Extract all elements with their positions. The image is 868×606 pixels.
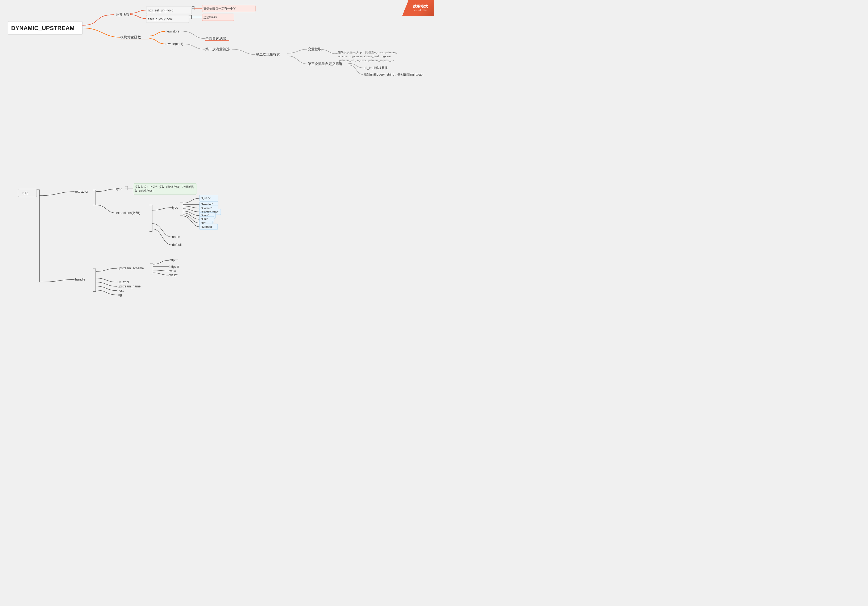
label-uri-tmpl: uri_tmpl [118, 280, 129, 284]
line-module [82, 28, 120, 37]
trial-title-overlay: 试用模式 [413, 4, 428, 9]
line-to-name [152, 224, 172, 237]
label-ws: ws:// [169, 269, 176, 273]
line-ngx-set-uri [130, 10, 146, 13]
line-first-filter [184, 44, 205, 49]
line-rewrite [149, 39, 165, 44]
label-type-inner: type [172, 206, 178, 210]
label-https: https:// [169, 265, 179, 269]
label-rewrite: rewrite(conf) [166, 42, 183, 46]
label-rule: rule [22, 191, 29, 195]
line-http [153, 260, 169, 264]
bracket-type-top [125, 186, 128, 190]
line-to-uri-tmpl [96, 278, 117, 282]
line-to-handle [39, 280, 74, 282]
text-desc2: 过滤rules [203, 16, 217, 19]
line-ws [153, 270, 169, 271]
line-to-upstream-scheme [96, 268, 117, 272]
text-var-desc-3: upstream_url，ngx.var.upstream_request_ur… [338, 59, 394, 62]
bracket-handle [93, 269, 96, 291]
bracket-upstream-scheme [150, 264, 153, 274]
label-third-filter: 第三次流量自定义筛选 [308, 62, 343, 66]
text-query: "Query" [201, 196, 211, 200]
label-module-functions: 模块对象函数 [120, 35, 141, 39]
label-upstream-scheme: upstream_scheme [118, 266, 144, 270]
line-to-extractor [39, 192, 74, 196]
line-to-upstream-name [96, 282, 117, 286]
label-handle: handle [75, 277, 85, 281]
line-to-type-top [96, 189, 116, 192]
line-to-default [152, 229, 172, 245]
text-var-desc-1: 如果没设置uri_tmpl，则设置ngx.var.upstream_ [338, 51, 397, 54]
text-var-desc-2: scheme，ngx.var.upstream_host，ngx.var. [338, 54, 392, 58]
label-uri-tmpl-replace: uri_tmpl模板替换 [364, 66, 388, 70]
label-upstream-name: upstream_name [118, 284, 141, 288]
label-ngx-set-uri: ngx_set_uri():void [148, 9, 173, 12]
label-default: default [172, 243, 182, 247]
bracket-type-inner [180, 202, 183, 216]
line-uri-query [349, 65, 363, 75]
line-var-extract [287, 49, 307, 53]
label-public-functions: 公共函数 [116, 12, 130, 17]
label-name: name [172, 235, 180, 239]
line-to-host [96, 286, 117, 291]
label-extractions: extractions(数组) [116, 211, 140, 215]
line-third-filter [287, 56, 307, 64]
line-uri-tmpl [349, 63, 363, 68]
line-to-log [96, 290, 117, 295]
label-http: http:// [169, 258, 178, 262]
line-full-filter [184, 31, 205, 39]
main-title: DYNAMIC_UPSTREAM [11, 25, 74, 31]
line-to-extractions [96, 205, 116, 213]
line-new-store [149, 31, 165, 36]
line-method-val [183, 216, 200, 227]
label-log: log [118, 293, 122, 297]
label-first-filter: 第一次流量筛选 [205, 47, 229, 51]
bracket-rule [37, 190, 39, 282]
text-type-desc-2: 取（哈希存储） [135, 189, 155, 193]
line-second-filter [232, 49, 256, 54]
label-type-top: type [116, 187, 122, 191]
line-filter-rules [130, 15, 146, 19]
label-second-filter: 第二次流量筛选 [256, 53, 280, 56]
label-extractor: extractor [75, 190, 88, 193]
bracket-ngx [192, 6, 194, 10]
label-filter-rules: filter_rules(): bool [148, 17, 173, 21]
trial-sub-overlay: XMind 2024 [414, 9, 427, 12]
line-var-desc [319, 49, 338, 54]
line-to-type-inner [152, 208, 172, 210]
bracket-extractor [93, 190, 96, 205]
text-method-val: "Method" [201, 225, 213, 228]
label-new-store: new(store) [166, 30, 181, 33]
line-cookie [183, 206, 200, 208]
bracket-filter [189, 15, 192, 19]
text-type-desc-1: 提取方式：1=索引提取（数组存储）2=模板提 [135, 185, 194, 188]
line-public [82, 15, 115, 25]
line-wss [153, 273, 169, 275]
text-desc1: 确保uri最后一定有一个"/" [203, 7, 236, 10]
label-uri-query: 找到uri和query_string，分别设置nginx-api [363, 73, 423, 76]
label-wss: wss:// [169, 273, 178, 277]
line-query [183, 198, 200, 203]
bracket-extractions [149, 205, 152, 232]
line-uri-val [183, 213, 200, 219]
label-full-filter: 全流量过滤器 [205, 36, 226, 40]
label-host: host [118, 289, 124, 292]
